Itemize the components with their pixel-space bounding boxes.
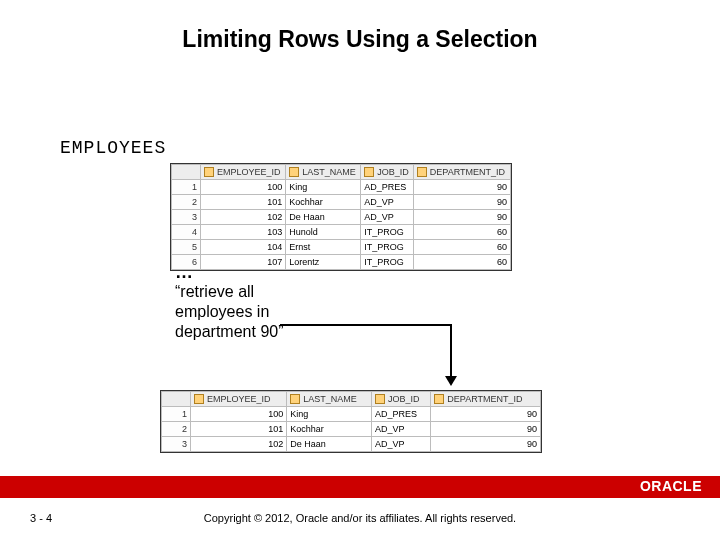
column-icon xyxy=(417,167,427,177)
col-label: JOB_ID xyxy=(377,167,409,177)
cell-employee-id: 101 xyxy=(191,422,287,437)
cell-last-name: King xyxy=(287,407,372,422)
row-number-cell: 1 xyxy=(172,180,201,195)
col-department-id: DEPARTMENT_ID xyxy=(413,165,510,180)
row-number-cell: 1 xyxy=(162,407,191,422)
source-table-label: EMPLOYEES xyxy=(60,138,166,158)
cell-employee-id: 102 xyxy=(191,437,287,452)
cell-department-id: 90 xyxy=(413,210,510,225)
cell-last-name: Lorentz xyxy=(286,255,361,270)
quote-line: employees in xyxy=(175,303,269,320)
row-number-cell: 2 xyxy=(162,422,191,437)
copyright-text: Copyright © 2012, Oracle and/or its affi… xyxy=(0,512,720,524)
table-row: 4103HunoldIT_PROG60 xyxy=(172,225,511,240)
table-row: 2101KochharAD_VP90 xyxy=(172,195,511,210)
cell-last-name: De Haan xyxy=(287,437,372,452)
table-row: 3102De HaanAD_VP90 xyxy=(172,210,511,225)
cell-employee-id: 101 xyxy=(201,195,286,210)
cell-employee-id: 103 xyxy=(201,225,286,240)
cell-last-name: Kochhar xyxy=(286,195,361,210)
cell-department-id: 60 xyxy=(413,225,510,240)
cell-job-id: IT_PROG xyxy=(361,240,414,255)
col-label: EMPLOYEE_ID xyxy=(217,167,281,177)
table-row: 6107LorentzIT_PROG60 xyxy=(172,255,511,270)
col-label: LAST_NAME xyxy=(303,394,357,404)
row-number-cell: 4 xyxy=(172,225,201,240)
cell-department-id: 60 xyxy=(413,255,510,270)
cell-department-id: 90 xyxy=(431,422,541,437)
col-job-id: JOB_ID xyxy=(361,165,414,180)
selection-quote: “retrieve all employees in department 90… xyxy=(175,282,335,342)
column-icon xyxy=(434,394,444,404)
row-number-cell: 2 xyxy=(172,195,201,210)
table-row: 2101KochharAD_VP90 xyxy=(162,422,541,437)
column-icon xyxy=(194,394,204,404)
cell-job-id: AD_VP xyxy=(371,437,430,452)
cell-department-id: 90 xyxy=(413,180,510,195)
col-employee-id: EMPLOYEE_ID xyxy=(201,165,286,180)
cell-department-id: 90 xyxy=(413,195,510,210)
cell-job-id: IT_PROG xyxy=(361,255,414,270)
cell-employee-id: 100 xyxy=(191,407,287,422)
footer-bar xyxy=(0,476,720,498)
cell-employee-id: 100 xyxy=(201,180,286,195)
cell-job-id: AD_PRES xyxy=(361,180,414,195)
table-row: 1100KingAD_PRES90 xyxy=(172,180,511,195)
cell-last-name: Kochhar xyxy=(287,422,372,437)
row-number-cell: 3 xyxy=(172,210,201,225)
cell-job-id: AD_PRES xyxy=(371,407,430,422)
col-last-name: LAST_NAME xyxy=(286,165,361,180)
slide-title: Limiting Rows Using a Selection xyxy=(0,26,720,53)
cell-employee-id: 104 xyxy=(201,240,286,255)
table-row: 5104ErnstIT_PROG60 xyxy=(172,240,511,255)
cell-job-id: AD_VP xyxy=(371,422,430,437)
col-label: DEPARTMENT_ID xyxy=(430,167,505,177)
cell-job-id: AD_VP xyxy=(361,195,414,210)
cell-department-id: 60 xyxy=(413,240,510,255)
col-job-id: JOB_ID xyxy=(371,392,430,407)
table-row: 1100KingAD_PRES90 xyxy=(162,407,541,422)
cell-last-name: De Haan xyxy=(286,210,361,225)
column-icon xyxy=(289,167,299,177)
col-label: EMPLOYEE_ID xyxy=(207,394,271,404)
column-icon xyxy=(290,394,300,404)
quote-line: department 90” xyxy=(175,323,284,340)
grid-header-row: EMPLOYEE_ID LAST_NAME JOB_ID DEPARTMENT_… xyxy=(162,392,541,407)
row-number-cell: 3 xyxy=(162,437,191,452)
cell-job-id: IT_PROG xyxy=(361,225,414,240)
row-number-cell: 5 xyxy=(172,240,201,255)
cell-employee-id: 107 xyxy=(201,255,286,270)
grid-header-row: EMPLOYEE_ID LAST_NAME JOB_ID DEPARTMENT_… xyxy=(172,165,511,180)
cell-last-name: Ernst xyxy=(286,240,361,255)
row-number-header xyxy=(162,392,191,407)
col-label: LAST_NAME xyxy=(302,167,356,177)
cell-employee-id: 102 xyxy=(201,210,286,225)
column-icon xyxy=(204,167,214,177)
col-label: DEPARTMENT_ID xyxy=(447,394,522,404)
col-label: JOB_ID xyxy=(388,394,420,404)
employees-filtered-grid: EMPLOYEE_ID LAST_NAME JOB_ID DEPARTMENT_… xyxy=(160,390,542,453)
quote-line: “retrieve all xyxy=(175,283,254,300)
col-employee-id: EMPLOYEE_ID xyxy=(191,392,287,407)
cell-department-id: 90 xyxy=(431,437,541,452)
cell-department-id: 90 xyxy=(431,407,541,422)
col-last-name: LAST_NAME xyxy=(287,392,372,407)
row-number-header xyxy=(172,165,201,180)
employees-full-grid: EMPLOYEE_ID LAST_NAME JOB_ID DEPARTMENT_… xyxy=(170,163,512,271)
column-icon xyxy=(375,394,385,404)
ellipsis: … xyxy=(175,262,193,283)
table-row: 3102De HaanAD_VP90 xyxy=(162,437,541,452)
cell-last-name: Hunold xyxy=(286,225,361,240)
col-department-id: DEPARTMENT_ID xyxy=(431,392,541,407)
oracle-logo: ORACLE xyxy=(640,478,702,494)
column-icon xyxy=(364,167,374,177)
cell-last-name: King xyxy=(286,180,361,195)
cell-job-id: AD_VP xyxy=(361,210,414,225)
